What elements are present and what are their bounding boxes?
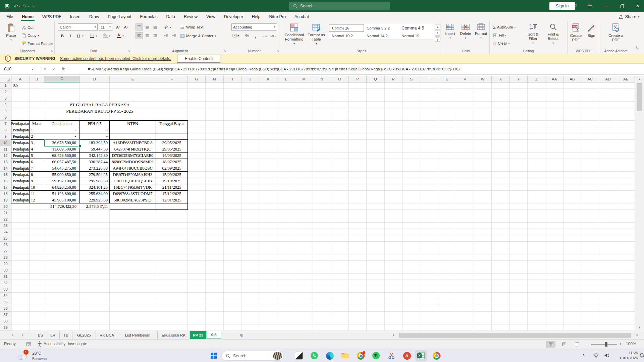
borders-icon[interactable] bbox=[88, 32, 96, 39]
spotify-icon[interactable] bbox=[372, 351, 380, 360]
zoom-slider-thumb[interactable] bbox=[605, 342, 607, 347]
weather-widget[interactable]: 28°C Berawan bbox=[32, 351, 47, 361]
table-cell[interactable]: Pendapatan bbox=[11, 191, 30, 197]
row-header-21[interactable]: 21 bbox=[0, 210, 11, 216]
menu-tab-file[interactable]: File bbox=[2, 12, 17, 21]
increase-indent-icon[interactable] bbox=[170, 32, 178, 39]
table-header-cell[interactable]: PPH 0,5 bbox=[80, 121, 110, 127]
volume-icon[interactable] bbox=[604, 353, 609, 358]
column-header-f[interactable]: F bbox=[156, 76, 188, 82]
table-cell[interactable]: Pendapatan bbox=[11, 146, 30, 153]
table-header-cell[interactable]: Pendapatan bbox=[44, 121, 80, 127]
column-header-r[interactable]: R bbox=[385, 76, 402, 82]
column-header-aa[interactable]: AA bbox=[545, 76, 563, 82]
sheet-tab-0-5[interactable]: 0,5 bbox=[207, 331, 221, 339]
column-header-d[interactable]: D bbox=[80, 76, 110, 82]
table-cell[interactable]: 18/07/2025 bbox=[156, 159, 188, 165]
wrap-text-button[interactable]: Wrap Text bbox=[179, 23, 204, 31]
gallery-down-icon[interactable]: ▾ bbox=[435, 30, 440, 36]
table-cell[interactable]: 9 bbox=[30, 178, 44, 184]
table-cell[interactable]: 255.634,00 bbox=[80, 191, 110, 197]
number-dialog-launcher-icon[interactable]: ⇘ bbox=[277, 49, 279, 53]
save-icon[interactable] bbox=[3, 2, 11, 10]
collapse-ribbon-icon[interactable]: ∧ bbox=[635, 45, 638, 50]
page-layout-view-icon[interactable] bbox=[559, 341, 569, 348]
table-cell[interactable]: A16DE683JTNECBRA bbox=[110, 140, 156, 146]
scroll-down-icon[interactable]: ▼ bbox=[635, 326, 644, 329]
table-cell[interactable]: 279.504,25 bbox=[80, 172, 110, 178]
table-cell[interactable]: Pendapatan bbox=[11, 153, 30, 159]
clipboard-dialog-launcher-icon[interactable]: ⇘ bbox=[50, 49, 53, 53]
sheet-nav-left-icon[interactable]: ◂ bbox=[11, 333, 13, 337]
row-header-34[interactable]: 34 bbox=[0, 293, 11, 299]
font-family-combo[interactable]: Calibri▾ bbox=[58, 23, 98, 31]
sheet-tab-ekualisasi-rk[interactable]: Ekualisasi RK bbox=[158, 331, 190, 339]
row-header-23[interactable]: 23 bbox=[0, 223, 11, 229]
menu-tab-home[interactable]: Home bbox=[17, 12, 38, 21]
table-cell[interactable]: 14/06/2025 bbox=[156, 153, 188, 159]
format-painter-button[interactable]: Format Painter bbox=[21, 40, 54, 47]
table-cell[interactable]: 229.925,50 bbox=[80, 197, 110, 203]
confirm-entry-icon[interactable]: ✓ bbox=[52, 67, 56, 71]
restore-button[interactable] bbox=[615, 0, 629, 12]
table-cell[interactable]: Pendapatan bbox=[11, 127, 30, 133]
name-box[interactable]: C10▾ bbox=[0, 65, 36, 73]
table-cell[interactable]: D7D6D5BM7GCIAEE0 bbox=[110, 153, 156, 159]
number-format-combo[interactable]: Accounting▾ bbox=[231, 23, 277, 31]
table-cell[interactable]: 19/10/2025 bbox=[156, 178, 188, 184]
middle-align-icon[interactable] bbox=[144, 23, 151, 31]
page-break-view-icon[interactable] bbox=[572, 341, 582, 348]
row-header-35[interactable]: 35 bbox=[0, 299, 11, 305]
row-header-9[interactable]: 9 bbox=[0, 133, 11, 140]
menu-tab-view[interactable]: View bbox=[202, 12, 220, 21]
enable-content-button[interactable]: Enable Content bbox=[177, 55, 220, 63]
table-cell[interactable]: A94F04F8UCCB8QSC bbox=[110, 165, 156, 172]
table-cell[interactable]: Pendapatan bbox=[11, 197, 30, 203]
style-comma-3-2-2[interactable]: Comma 3 2 2 bbox=[364, 24, 399, 32]
row-header-33[interactable]: 33 bbox=[0, 286, 11, 293]
row-header-8[interactable]: 8 bbox=[0, 127, 11, 133]
row-header-31[interactable]: 31 bbox=[0, 274, 11, 280]
gallery-more-icon[interactable]: ▾ bbox=[435, 36, 440, 42]
accessibility-icon[interactable] bbox=[37, 341, 42, 347]
table-cell[interactable]: 15/09/2025 bbox=[156, 172, 188, 178]
customize-qat-icon[interactable]: ▾ bbox=[30, 2, 38, 10]
sheet-tab-rk-bca[interactable]: RK BCA bbox=[96, 331, 118, 339]
table-cell[interactable]: 59.447,50 bbox=[80, 146, 110, 153]
table-cell[interactable]: - bbox=[80, 127, 110, 133]
column-header-z[interactable]: Z bbox=[528, 76, 545, 82]
table-cell[interactable]: 02/09/2025 bbox=[156, 165, 188, 172]
menu-tab-nitro-pro[interactable]: Nitro Pro bbox=[265, 12, 290, 21]
row-header-12[interactable]: 12 bbox=[0, 153, 11, 159]
sheet-tab-list-pembelian[interactable]: List Pembelian bbox=[118, 331, 158, 339]
align-center-icon[interactable] bbox=[144, 32, 151, 39]
column-header-u[interactable]: U bbox=[438, 76, 456, 82]
security-warning-message[interactable]: Some active content has been disabled. C… bbox=[60, 56, 171, 61]
accessibility-status[interactable]: Accessibility: Investigate bbox=[44, 342, 87, 346]
column-header-l[interactable]: L bbox=[277, 76, 295, 82]
table-cell[interactable]: Pendapatan bbox=[11, 178, 30, 184]
row-header-10[interactable]: 10 bbox=[0, 140, 11, 146]
table-cell[interactable]: 10 bbox=[30, 184, 44, 191]
column-header-m[interactable]: M bbox=[295, 76, 313, 82]
row-header-26[interactable]: 26 bbox=[0, 242, 11, 248]
table-cell[interactable]: 11 bbox=[30, 191, 44, 197]
insert-function-icon[interactable]: fx bbox=[62, 66, 65, 72]
table-cell[interactable]: - bbox=[44, 127, 80, 133]
total-ntpn-cell[interactable] bbox=[110, 203, 156, 210]
style-normal-19[interactable]: Normal 19 bbox=[399, 32, 434, 40]
increase-font-icon[interactable]: A^ bbox=[114, 23, 122, 31]
menu-tab-data[interactable]: Data bbox=[162, 12, 179, 21]
table-cell[interactable]: 183.392,50 bbox=[80, 140, 110, 146]
sheet-tab-lr[interactable]: LR bbox=[46, 331, 60, 339]
row-header-7[interactable]: 7 bbox=[0, 121, 11, 127]
fill-color-icon[interactable] bbox=[102, 32, 109, 39]
start-button[interactable] bbox=[209, 351, 218, 360]
table-header-cell[interactable]: Tanggal Bayar bbox=[156, 121, 188, 127]
column-header-q[interactable]: Q bbox=[367, 76, 384, 82]
style-normal-14-2[interactable]: Normal 14 2 bbox=[364, 32, 399, 40]
column-header-y[interactable]: Y bbox=[510, 76, 528, 82]
row-header-13[interactable]: 13 bbox=[0, 159, 11, 165]
row-header-27[interactable]: 27 bbox=[0, 248, 11, 254]
table-cell[interactable]: 8427374H4K92TIQC bbox=[110, 146, 156, 153]
